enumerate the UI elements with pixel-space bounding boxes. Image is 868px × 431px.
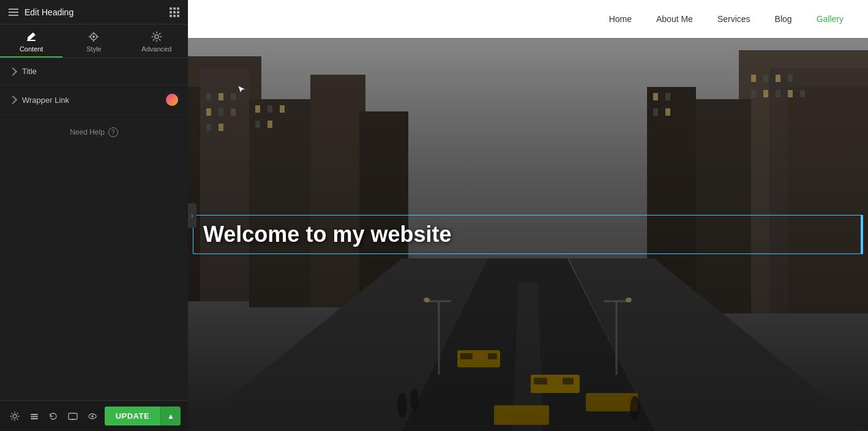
heading-text[interactable]: Welcome to my website (193, 218, 862, 251)
settings-tool-btn[interactable] (7, 407, 22, 425)
hamburger-icon[interactable] (9, 9, 18, 16)
nav-gallery[interactable]: Gallery (817, 14, 844, 24)
svg-rect-11 (31, 418, 38, 419)
grid-icon[interactable] (170, 7, 179, 17)
nav-blog[interactable]: Blog (775, 14, 792, 24)
heading-selected-box: Welcome to my website (193, 215, 863, 254)
svg-rect-0 (27, 40, 36, 41)
panel-header: Edit Heading (0, 0, 188, 24)
selection-right-border (861, 216, 862, 253)
svg-point-8 (13, 414, 17, 418)
update-arrow-button[interactable]: ▲ (160, 407, 181, 425)
svg-point-7 (155, 35, 159, 39)
update-button[interactable]: UPDATE (105, 407, 160, 425)
tab-style-label: Style (86, 45, 101, 53)
help-icon: ? (108, 127, 118, 137)
arrow-right-icon (9, 67, 17, 75)
svg-rect-9 (31, 414, 38, 415)
preview-nav: Home About Me Services Blog Gallery (188, 0, 868, 38)
tab-bar: Content Style (0, 24, 188, 58)
svg-rect-13 (72, 419, 74, 420)
eye-tool-btn[interactable] (85, 407, 100, 425)
section-title-label: Title (22, 67, 37, 76)
advanced-icon (151, 31, 163, 43)
arrow-right-icon-2 (9, 96, 17, 104)
section-title[interactable]: Title (0, 58, 188, 85)
help-section[interactable]: Need Help ? (0, 115, 188, 149)
heading-wrapper: Welcome to my website (188, 215, 868, 254)
section-wrapper-link[interactable]: Wrapper Link (0, 85, 188, 115)
nav-about-me[interactable]: About Me (656, 14, 693, 24)
tab-advanced[interactable]: Advanced (125, 24, 188, 58)
nav-services[interactable]: Services (717, 14, 750, 24)
section-wrapper-link-label: Wrapper Link (22, 96, 69, 105)
collapse-handle[interactable]: ‹ (188, 203, 196, 228)
tab-advanced-label: Advanced (141, 45, 171, 53)
help-label: Need Help (70, 128, 105, 137)
bottom-toolbar: UPDATE ▲ (0, 400, 188, 431)
content-icon (25, 31, 37, 43)
wrapper-link-badge-icon (166, 94, 178, 106)
panel-title: Edit Heading (24, 7, 73, 17)
section-wrapper-link-left: Wrapper Link (10, 96, 69, 105)
svg-rect-10 (31, 416, 38, 417)
background-image: Welcome to my website (188, 38, 868, 431)
tab-content[interactable]: Content (0, 24, 62, 58)
svg-rect-12 (69, 413, 77, 419)
panel-content: Title Wrapper Link Need Help ? (0, 58, 188, 400)
update-btn-group: UPDATE ▲ (105, 407, 181, 425)
panel-header-left: Edit Heading (9, 7, 73, 17)
history-tool-btn[interactable] (46, 407, 61, 425)
svg-point-15 (91, 415, 94, 418)
section-title-left: Title (10, 67, 37, 76)
tab-style[interactable]: Style (62, 24, 125, 58)
city-background: Welcome to my website (188, 38, 868, 431)
style-icon (88, 31, 100, 43)
nav-home[interactable]: Home (609, 14, 632, 24)
responsive-tool-btn[interactable] (65, 407, 80, 425)
svg-point-2 (92, 36, 95, 38)
preview-area: Home About Me Services Blog Gallery (188, 0, 868, 431)
left-panel: Edit Heading Content (0, 0, 188, 431)
tab-content-label: Content (20, 45, 43, 53)
layers-tool-btn[interactable] (27, 407, 42, 425)
